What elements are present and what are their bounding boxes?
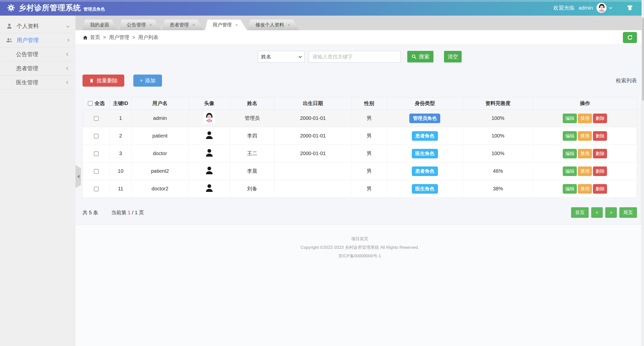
edit-button[interactable]: 编辑 <box>563 166 577 176</box>
refresh-button[interactable] <box>623 32 637 43</box>
list-title: 检索列表 <box>616 77 637 84</box>
footer-home-link[interactable]: 项目首页 <box>75 235 644 243</box>
search-icon <box>411 54 417 59</box>
table-row: 11 doctor2 刘备 男 医生角色 38% 编辑禁用删除 <box>83 180 637 198</box>
sidebar-collapse-handle[interactable] <box>75 165 81 188</box>
refresh-icon <box>627 34 633 41</box>
sidebar-item-announcements[interactable]: 公告管理 <box>0 47 75 61</box>
cell-gender: 男 <box>351 110 387 127</box>
batch-delete-label: 批量删除 <box>97 77 118 84</box>
cell-progress: 100% <box>463 145 533 162</box>
cell-progress: 100% <box>463 127 533 145</box>
user-menu-chevron-down-icon[interactable] <box>609 6 612 9</box>
tab-announcements[interactable]: 公告管理 × <box>119 20 161 30</box>
breadcrumb-bar: 首页 > 用户管理 > 用户列表 <box>75 30 644 45</box>
tab-my-desktop[interactable]: 我的桌面 <box>83 20 118 30</box>
row-checkbox[interactable] <box>94 134 99 139</box>
footer: 项目首页 Copyright ©2022-2023 乡村诊所管理系统 All R… <box>75 224 644 346</box>
tab-label: 用户管理 <box>213 22 232 28</box>
close-icon[interactable]: × <box>235 22 238 28</box>
sidebar-item-label: 患者管理 <box>16 65 38 72</box>
header-username[interactable]: admin <box>579 5 593 11</box>
collapse-left-arrow-icon <box>77 175 79 179</box>
edit-button[interactable]: 编辑 <box>563 131 577 141</box>
delete-button[interactable]: 删除 <box>593 166 607 176</box>
search-button[interactable]: 搜索 <box>407 51 433 62</box>
col-header-gender: 性别 <box>351 97 387 110</box>
prev-page-button[interactable]: < <box>591 207 603 218</box>
sidebar-item-doctors[interactable]: 医生管理 <box>0 76 75 90</box>
theme-shirt-icon[interactable] <box>626 4 633 11</box>
delete-button[interactable]: 删除 <box>593 149 607 158</box>
cell-progress: 46% <box>463 162 533 180</box>
cell-birth <box>274 162 351 180</box>
col-header-birth: 出生日期 <box>274 97 351 110</box>
sidebar-item-patients[interactable]: 患者管理 <box>0 61 75 76</box>
cell-gender: 男 <box>351 180 387 198</box>
user-avatar[interactable] <box>596 3 607 13</box>
row-checkbox[interactable] <box>94 116 99 121</box>
main-area: 我的桌面 公告管理 × 患者管理 × 用户管理 × 修改个人资料 × <box>75 16 644 346</box>
home-icon <box>83 35 88 41</box>
breadcrumb-home[interactable]: 首页 <box>90 34 100 41</box>
add-button[interactable]: + 添加 <box>133 75 162 87</box>
scrollbar-thumb[interactable] <box>642 18 644 101</box>
breadcrumb-user-management[interactable]: 用户管理 <box>109 34 129 41</box>
row-checkbox[interactable] <box>94 187 99 191</box>
edit-button[interactable]: 编辑 <box>563 149 577 158</box>
col-header-avatar: 头像 <box>188 97 230 110</box>
delete-button[interactable]: 删除 <box>593 184 607 194</box>
gear-icon <box>7 4 15 12</box>
list-icon <box>6 79 12 86</box>
list-icon <box>6 65 12 72</box>
sidebar-item-label: 公告管理 <box>16 51 38 58</box>
person-silhouette-icon <box>204 130 214 140</box>
search-button-label: 搜索 <box>419 53 429 60</box>
next-page-button[interactable]: > <box>605 207 617 218</box>
page-word: 页 <box>139 210 144 215</box>
role-badge: 医生角色 <box>412 184 438 194</box>
table-row: 10 patient2 李晨 男 患者角色 46% 编辑禁用删除 <box>83 162 637 180</box>
close-icon[interactable]: × <box>149 22 152 28</box>
last-page-button[interactable]: 尾页 <box>619 207 637 218</box>
tab-user-management[interactable]: 用户管理 × <box>205 20 247 30</box>
role-badge: 管理员角色 <box>409 114 440 123</box>
delete-button[interactable]: 删除 <box>593 131 607 141</box>
select-all-checkbox[interactable] <box>88 101 93 106</box>
cell-id: 1 <box>110 110 131 127</box>
tab-edit-profile[interactable]: 修改个人资料 × <box>248 20 300 30</box>
edit-button[interactable]: 编辑 <box>563 184 577 194</box>
tab-bar: 我的桌面 公告管理 × 患者管理 × 用户管理 × 修改个人资料 × <box>75 16 644 30</box>
batch-delete-button[interactable]: 批量删除 <box>83 75 124 87</box>
sidebar-item-label: 个人资料 <box>17 22 39 30</box>
cell-id: 10 <box>110 162 131 180</box>
search-input[interactable] <box>309 51 401 62</box>
cell-gender: 男 <box>351 145 387 162</box>
row-checkbox[interactable] <box>94 169 99 174</box>
row-checkbox[interactable] <box>94 151 99 156</box>
cell-role: 医生角色 <box>387 180 463 198</box>
cell-birth: 2000-01-01 <box>274 145 351 162</box>
first-page-button[interactable]: 首页 <box>571 207 589 218</box>
disable-button[interactable]: 禁用 <box>578 166 592 176</box>
clear-button[interactable]: 清空 <box>444 51 462 62</box>
sidebar-item-users[interactable]: 用户管理 <box>0 33 75 47</box>
close-icon[interactable]: × <box>192 22 195 28</box>
disable-button[interactable]: 禁用 <box>578 131 592 141</box>
edit-button[interactable]: 编辑 <box>563 114 577 123</box>
table-header-row: 全选 主键ID 用户名 头像 姓名 出生日期 性别 身份类型 资料完善度 操作 <box>83 97 637 110</box>
close-icon[interactable]: × <box>288 22 291 28</box>
disable-button[interactable]: 禁用 <box>578 184 592 194</box>
disable-button[interactable]: 禁用 <box>578 149 592 158</box>
breadcrumb-separator: > <box>103 34 106 40</box>
col-header-progress: 资料完善度 <box>463 97 533 110</box>
search-field-select[interactable]: 姓名 <box>258 51 305 62</box>
cell-avatar <box>188 127 230 145</box>
disable-button[interactable]: 禁用 <box>578 114 592 123</box>
delete-button[interactable]: 删除 <box>593 114 607 123</box>
tab-patients[interactable]: 患者管理 × <box>162 20 204 30</box>
cell-operations: 编辑禁用删除 <box>533 127 637 145</box>
chevron-left-icon <box>66 67 69 70</box>
sidebar-item-profile[interactable]: 个人资料 <box>0 19 75 33</box>
scrollbar-track[interactable] <box>641 0 644 346</box>
